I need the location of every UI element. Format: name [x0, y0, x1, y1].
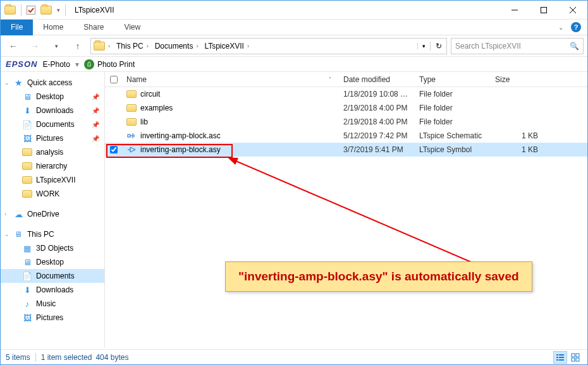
cloud-icon: ☁	[13, 209, 23, 219]
chevron-down-icon[interactable]: ⌄	[4, 231, 9, 237]
docs-icon: 📄	[22, 271, 32, 281]
row-checkbox[interactable]	[105, 104, 123, 112]
row-checkbox[interactable]	[105, 146, 123, 153]
folder-icon	[126, 118, 137, 126]
sidebar-item-this-pc[interactable]: ⌄ 🖥 This PC	[1, 227, 104, 241]
forward-button[interactable]: →	[26, 37, 44, 55]
pin-icon: 📌	[92, 107, 99, 114]
tab-home[interactable]: Home	[33, 20, 73, 35]
ribbon-collapse-icon[interactable]: ⌄	[553, 24, 568, 31]
sidebar-item[interactable]: WORK	[1, 187, 104, 201]
svg-rect-14	[559, 359, 564, 361]
ribbon-tabs: File Home Share View ⌄ ?	[1, 20, 587, 35]
sidebar-item[interactable]: hierarchy	[1, 159, 104, 173]
navigation-pane[interactable]: ⌄ ★ Quick access 🖥Desktop📌⬇Downloads📌📄Do…	[1, 72, 105, 348]
minimize-button[interactable]	[500, 1, 529, 20]
sidebar-item[interactable]: LTspiceXVII	[1, 173, 104, 187]
svg-rect-9	[556, 354, 558, 356]
properties-icon[interactable]	[27, 6, 35, 15]
file-list[interactable]: Name˄ Date modified Type Size circuit1/1…	[105, 72, 587, 348]
row-checkbox[interactable]	[105, 90, 123, 98]
sidebar-item[interactable]: ▦3D Objects	[1, 241, 104, 255]
sidebar-item[interactable]: ⬇Downloads	[1, 283, 104, 297]
folder-icon	[126, 90, 137, 98]
new-folder-icon[interactable]	[40, 6, 52, 15]
status-size: 404 bytes	[95, 353, 128, 362]
sidebar-item-quick-access[interactable]: ⌄ ★ Quick access	[1, 76, 104, 90]
svg-rect-4	[128, 135, 130, 137]
address-bar[interactable]: › This PC› Documents› LTspiceXVII› ▾ ↻	[90, 38, 447, 54]
file-size: 1 KB	[491, 131, 542, 140]
table-row[interactable]: inverting-amp-block.asy3/7/2019 5:41 PML…	[105, 143, 587, 157]
sidebar-item-label: WORK	[36, 189, 59, 198]
file-type: LTspice Symbol	[415, 145, 491, 154]
back-button[interactable]: ←	[4, 37, 22, 55]
ephoto-button[interactable]: E-Photo	[43, 60, 70, 69]
pics-icon: 🖼	[22, 313, 32, 323]
sidebar-item[interactable]: 🖼Pictures📌	[1, 131, 104, 145]
docs-icon: 📄	[22, 119, 32, 129]
refresh-button[interactable]: ↻	[430, 42, 446, 51]
column-type[interactable]: Type	[415, 72, 491, 87]
sidebar-item[interactable]: ⬇Downloads📌	[1, 104, 104, 117]
maximize-button[interactable]	[529, 1, 558, 20]
svg-rect-17	[572, 358, 575, 361]
pin-icon: 📌	[92, 135, 99, 142]
column-size[interactable]: Size	[491, 72, 542, 87]
symbol-icon	[126, 145, 137, 155]
sidebar-item[interactable]: 📄Documents	[1, 269, 104, 283]
column-date[interactable]: Date modified	[340, 72, 415, 87]
sidebar-item[interactable]: analysis	[1, 145, 104, 159]
photo-print-button[interactable]: ⎙ Photo Print	[84, 59, 135, 69]
table-row[interactable]: inverting-amp-block.asc5/12/2019 7:42 PM…	[105, 129, 587, 143]
sidebar-item[interactable]: 📄Documents📌	[1, 117, 104, 131]
row-checkbox[interactable]	[105, 132, 123, 140]
sidebar-item-onedrive[interactable]: › ☁ OneDrive	[1, 207, 104, 221]
up-button[interactable]: ↑	[69, 37, 87, 55]
search-icon[interactable]: 🔍	[570, 42, 579, 51]
music-icon: ♪	[22, 299, 32, 309]
divider	[21, 4, 21, 16]
tab-share[interactable]: Share	[73, 20, 114, 35]
tab-view[interactable]: View	[114, 20, 150, 35]
sidebar-item-label: Desktop	[36, 92, 64, 101]
sidebar-item[interactable]: 🖥Desktop	[1, 255, 104, 269]
pc-icon: 🖥	[13, 229, 23, 239]
sidebar-item[interactable]: 🖥Desktop📌	[1, 90, 104, 104]
folder-icon	[94, 42, 105, 51]
select-all-checkbox[interactable]	[105, 72, 123, 87]
details-view-button[interactable]	[553, 351, 567, 364]
sidebar-item-label: Documents	[36, 120, 75, 129]
file-tab[interactable]: File	[1, 20, 33, 35]
thumbnails-view-button[interactable]	[568, 351, 582, 364]
file-date: 2/19/2018 4:00 PM	[340, 104, 415, 112]
recent-dropdown-icon[interactable]: ▾	[47, 37, 65, 55]
sidebar-item[interactable]: 🖼Pictures	[1, 311, 104, 325]
row-checkbox[interactable]	[105, 118, 123, 126]
svg-rect-11	[556, 357, 558, 358]
file-date: 3/7/2019 5:41 PM	[340, 145, 415, 154]
svg-rect-1	[541, 7, 547, 13]
table-row[interactable]: examples2/19/2018 4:00 PMFile folder	[105, 101, 587, 115]
file-name: lib	[140, 117, 148, 126]
table-row[interactable]: lib2/19/2018 4:00 PMFile folder	[105, 115, 587, 129]
address-dropdown-icon[interactable]: ▾	[417, 43, 430, 49]
schematic-icon	[126, 131, 137, 141]
navigation-row: ← → ▾ ↑ › This PC› Documents› LTspiceXVI…	[1, 35, 587, 57]
close-button[interactable]	[558, 1, 587, 20]
pin-icon: 📌	[92, 121, 99, 128]
sidebar-item[interactable]: ♪Music	[1, 297, 104, 311]
table-row[interactable]: circuit1/18/2019 10:08 PMFile folder	[105, 87, 587, 101]
search-input[interactable]: Search LTspiceXVII 🔍	[451, 38, 584, 54]
annotation-text: "inverting-amp-block.asy" is automatical…	[238, 270, 519, 283]
column-name[interactable]: Name˄	[123, 72, 340, 87]
help-icon[interactable]: ?	[571, 22, 581, 32]
qat-dropdown-icon[interactable]: ▾	[57, 7, 60, 13]
chevron-down-icon[interactable]: ⌄	[4, 80, 9, 86]
desktop-icon: 🖥	[22, 257, 32, 267]
svg-rect-10	[559, 354, 564, 356]
chevron-right-icon[interactable]: ›	[4, 211, 6, 217]
folder-icon	[22, 190, 32, 198]
folder-icon	[126, 104, 137, 112]
column-headers: Name˄ Date modified Type Size	[105, 72, 587, 87]
